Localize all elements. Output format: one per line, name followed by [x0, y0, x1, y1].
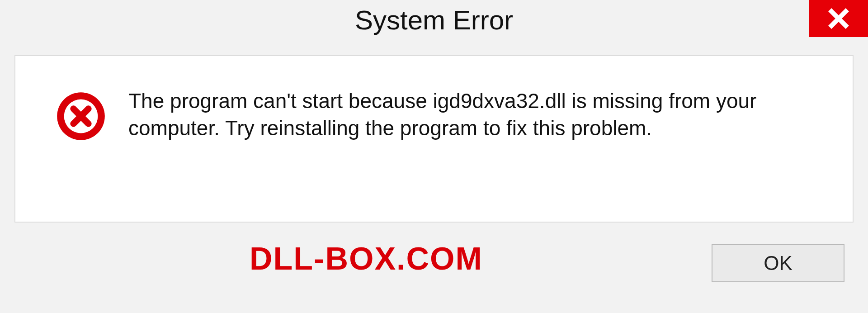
- ok-button-label: OK: [764, 252, 793, 275]
- error-icon: [56, 91, 106, 141]
- dialog-body: The program can't start because igd9dxva…: [14, 55, 854, 223]
- close-button[interactable]: [809, 0, 868, 37]
- dialog-footer: DLL-BOX.COM OK: [14, 223, 854, 295]
- error-message: The program can't start because igd9dxva…: [128, 88, 826, 142]
- dialog-title: System Error: [355, 5, 513, 36]
- watermark-text: DLL-BOX.COM: [250, 241, 483, 277]
- system-error-dialog: System Error The program can't start bec…: [0, 0, 868, 313]
- title-bar: System Error: [0, 0, 868, 43]
- close-icon: [826, 6, 851, 31]
- ok-button[interactable]: OK: [712, 244, 844, 282]
